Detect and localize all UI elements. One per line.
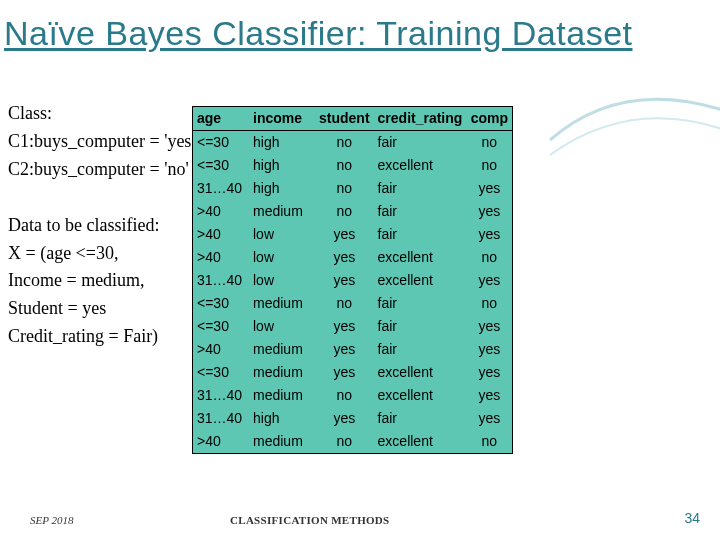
table-cell: fair: [374, 177, 467, 200]
table-cell: low: [249, 315, 315, 338]
table-cell: excellent: [374, 246, 467, 269]
table-cell: no: [466, 430, 512, 453]
table-cell: <=30: [193, 315, 249, 338]
table-cell: 31…40: [193, 407, 249, 430]
table-row: <=30highnoexcellentno: [193, 154, 512, 177]
table-cell: high: [249, 177, 315, 200]
col-age: age: [193, 107, 249, 131]
table-cell: low: [249, 246, 315, 269]
table-cell: >40: [193, 223, 249, 246]
slide-title: Naïve Bayes Classifier: Training Dataset: [0, 0, 720, 53]
training-table: age income student credit_rating comp <=…: [192, 106, 513, 454]
table-cell: low: [249, 223, 315, 246]
table-cell: no: [315, 131, 374, 155]
table-cell: no: [315, 154, 374, 177]
decorative-swoosh: [540, 60, 720, 180]
table-row: 31…40highnofairyes: [193, 177, 512, 200]
table-cell: no: [315, 177, 374, 200]
table-cell: yes: [466, 269, 512, 292]
table-cell: medium: [249, 430, 315, 453]
table-row: <=30lowyesfairyes: [193, 315, 512, 338]
col-credit: credit_rating: [374, 107, 467, 131]
table-cell: >40: [193, 200, 249, 223]
table-cell: yes: [466, 407, 512, 430]
footer-page: 34: [684, 510, 700, 526]
table-cell: yes: [466, 177, 512, 200]
table-cell: yes: [466, 361, 512, 384]
table-cell: no: [466, 131, 512, 155]
table-cell: excellent: [374, 154, 467, 177]
table-row: >40mediumnoexcellentno: [193, 430, 512, 453]
table-cell: excellent: [374, 384, 467, 407]
table-cell: >40: [193, 430, 249, 453]
table-cell: yes: [315, 315, 374, 338]
col-income: income: [249, 107, 315, 131]
table-cell: yes: [466, 200, 512, 223]
table-row: 31…40highyesfairyes: [193, 407, 512, 430]
table-cell: fair: [374, 292, 467, 315]
table-cell: fair: [374, 315, 467, 338]
table-row: >40lowyesfairyes: [193, 223, 512, 246]
table-cell: <=30: [193, 154, 249, 177]
table-cell: no: [315, 292, 374, 315]
table-cell: 31…40: [193, 269, 249, 292]
table-cell: yes: [466, 315, 512, 338]
table-cell: yes: [466, 223, 512, 246]
table-row: >40mediumnofairyes: [193, 200, 512, 223]
table-cell: high: [249, 154, 315, 177]
table-row: >40lowyesexcellentno: [193, 246, 512, 269]
table-cell: fair: [374, 200, 467, 223]
table-cell: high: [249, 407, 315, 430]
table-cell: no: [466, 292, 512, 315]
table-row: <=30mediumnofairno: [193, 292, 512, 315]
footer-title: CLASSIFICATION METHODS: [230, 514, 390, 526]
table-row: <=30highnofairno: [193, 131, 512, 155]
col-student: student: [315, 107, 374, 131]
table-cell: fair: [374, 407, 467, 430]
table-cell: excellent: [374, 361, 467, 384]
table-header-row: age income student credit_rating comp: [193, 107, 512, 131]
table-cell: fair: [374, 223, 467, 246]
table-cell: no: [315, 430, 374, 453]
table-cell: <=30: [193, 292, 249, 315]
table-row: 31…40lowyesexcellentyes: [193, 269, 512, 292]
table-cell: 31…40: [193, 384, 249, 407]
table-cell: medium: [249, 200, 315, 223]
table-cell: >40: [193, 246, 249, 269]
table-cell: yes: [315, 361, 374, 384]
table-cell: <=30: [193, 131, 249, 155]
table-cell: yes: [466, 384, 512, 407]
table-cell: <=30: [193, 361, 249, 384]
table-cell: 31…40: [193, 177, 249, 200]
table-cell: medium: [249, 338, 315, 361]
table-cell: no: [315, 200, 374, 223]
table-cell: no: [315, 384, 374, 407]
table-cell: medium: [249, 361, 315, 384]
footer-date: SEP 2018: [30, 514, 74, 526]
table-cell: yes: [315, 246, 374, 269]
table-row: >40mediumyesfairyes: [193, 338, 512, 361]
table-cell: >40: [193, 338, 249, 361]
table-cell: yes: [315, 223, 374, 246]
table-cell: excellent: [374, 430, 467, 453]
table-cell: yes: [315, 338, 374, 361]
table-cell: fair: [374, 131, 467, 155]
table-cell: low: [249, 269, 315, 292]
table-cell: no: [466, 154, 512, 177]
table-cell: excellent: [374, 269, 467, 292]
table-row: 31…40mediumnoexcellentyes: [193, 384, 512, 407]
table-cell: yes: [466, 338, 512, 361]
table-cell: fair: [374, 338, 467, 361]
table-cell: no: [466, 246, 512, 269]
table-row: <=30mediumyesexcellentyes: [193, 361, 512, 384]
table-cell: yes: [315, 407, 374, 430]
col-comp: comp: [466, 107, 512, 131]
table-cell: high: [249, 131, 315, 155]
table-cell: medium: [249, 292, 315, 315]
table-cell: medium: [249, 384, 315, 407]
table-cell: yes: [315, 269, 374, 292]
